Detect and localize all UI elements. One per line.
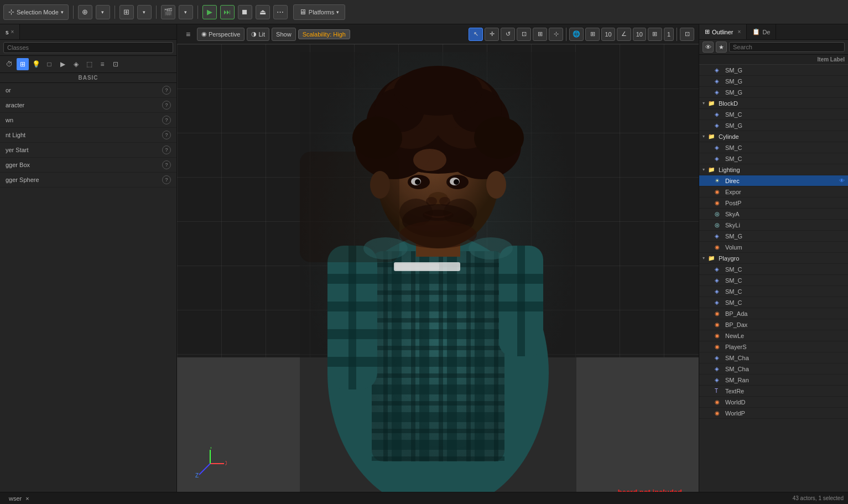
scale-size[interactable]: 1 — [664, 28, 674, 41]
outliner-star-button[interactable]: ★ — [716, 41, 727, 53]
list-item-help[interactable]: ? — [162, 160, 171, 169]
tree-item[interactable]: ◈ SM_C — [699, 264, 848, 275]
angle-snap-button[interactable]: ∠ — [617, 28, 631, 41]
transform-tool-button[interactable]: ⊞ — [533, 28, 547, 41]
tree-item[interactable]: ◈ SM_G — [699, 87, 848, 98]
select-tool-button[interactable]: ↖ — [469, 28, 483, 41]
tree-item[interactable]: ◎ SkyA — [699, 209, 848, 220]
list-item[interactable]: yer Start ? — [0, 143, 176, 158]
tree-item[interactable]: ◈ SM_G — [699, 120, 848, 131]
list-item[interactable]: aracter ? — [0, 98, 176, 113]
tree-item[interactable]: ☀ Direc 👁 — [699, 175, 848, 186]
panel-icon-volumes[interactable]: ⬚ — [83, 58, 95, 70]
tree-item[interactable]: ◈ SM_C — [699, 286, 848, 297]
tree-item[interactable]: ◉ PlayerS — [699, 341, 848, 352]
panel-icon-recent[interactable]: ⏱ — [3, 58, 15, 70]
list-item[interactable]: gger Box ? — [0, 158, 176, 173]
list-item[interactable]: gger Sphere ? — [0, 173, 176, 188]
tree-item[interactable]: ◈ SM_C — [699, 109, 848, 120]
tree-item[interactable]: ◉ WorldP — [699, 408, 848, 419]
tree-item[interactable]: ◎ SkyLi — [699, 220, 848, 231]
tree-item[interactable]: ◈ SM_C — [699, 153, 848, 164]
grid-size[interactable]: 10 — [601, 28, 615, 41]
panel-tab-close[interactable]: × — [11, 29, 14, 35]
play-button[interactable]: ▶ — [202, 5, 217, 19]
list-item-help[interactable]: ? — [162, 116, 171, 124]
camera-speed-button[interactable]: 🌐 — [569, 28, 584, 41]
tree-item[interactable]: ◉ Volum — [699, 242, 848, 253]
panel-icon-basic[interactable]: ⊞ — [17, 58, 29, 70]
list-item[interactable]: nt Light ? — [0, 128, 176, 143]
outliner-search-input[interactable] — [729, 42, 845, 52]
tree-item[interactable]: ◉ WorldD — [699, 397, 848, 408]
panel-icon-all[interactable]: ≡ — [96, 58, 108, 70]
lit-button[interactable]: ◑ Lit — [247, 28, 269, 41]
outliner-tab[interactable]: ⊞ Outliner × — [699, 24, 747, 39]
perspective-button[interactable]: ◉ Perspective — [197, 28, 244, 41]
list-item-help[interactable]: ? — [162, 86, 171, 95]
list-item-help[interactable]: ? — [162, 101, 171, 110]
rotate-tool-button[interactable]: ↺ — [501, 28, 515, 41]
tree-item[interactable]: ◈ SM_C — [699, 275, 848, 286]
tree-item[interactable]: ▾ 📁 Lighting — [699, 164, 848, 175]
tree-item[interactable]: ◈ SM_Cha — [699, 363, 848, 375]
item-eye-icon[interactable]: 👁 — [839, 178, 845, 184]
show-button[interactable]: Show — [272, 28, 296, 41]
tree-item[interactable]: ◈ SM_Ran — [699, 375, 848, 386]
tree-item[interactable]: ◈ SM_G — [699, 65, 848, 76]
list-item-help[interactable]: ? — [162, 131, 171, 139]
outliner-eye-button[interactable]: 👁 — [703, 41, 714, 53]
panel-icon-lights[interactable]: 💡 — [30, 58, 42, 70]
tree-item[interactable]: T TextRe — [699, 386, 848, 397]
cinecam-dropdown-button[interactable]: ▾ — [179, 5, 193, 19]
tree-item[interactable]: ◈ SM_Cha — [699, 352, 848, 363]
viewport-menu-button[interactable]: ≡ — [181, 28, 195, 41]
maximize-button[interactable]: ⊡ — [680, 28, 694, 41]
cinecam-button[interactable]: 🎬 — [161, 5, 175, 19]
content-browser-close[interactable]: × — [25, 495, 29, 502]
tree-item[interactable]: ▾ 📁 Cylinde — [699, 131, 848, 142]
platforms-button[interactable]: 🖥 Platforms ▾ — [293, 4, 345, 20]
viewport[interactable]: ≡ ◉ Perspective ◑ Lit Show Scalability: … — [177, 24, 699, 504]
list-item-help[interactable]: ? — [162, 175, 171, 184]
panel-icon-custom[interactable]: ⊡ — [110, 58, 122, 70]
tree-item[interactable]: ◈ SM_C — [699, 142, 848, 153]
scale-snap-button[interactable]: ⊞ — [648, 28, 662, 41]
eject-button[interactable]: ⏏ — [256, 5, 270, 19]
tree-item[interactable]: ◉ Expor — [699, 186, 848, 198]
tree-item[interactable]: ◈ SM_C — [699, 297, 848, 308]
list-item-help[interactable]: ? — [162, 146, 171, 154]
tree-item[interactable]: ▾ 📁 Playgro — [699, 253, 848, 264]
outliner-list[interactable]: ◈ SM_G ◈ SM_G ◈ SM_G ▾ 📁 BlockD ◈ SM_C — [699, 65, 848, 504]
snap-button[interactable]: ⊞ — [119, 5, 134, 19]
more-button[interactable]: ⋯ — [273, 5, 288, 19]
details-tab[interactable]: 📋 De — [747, 24, 776, 39]
tree-item[interactable]: ▾ 📁 BlockD — [699, 98, 848, 109]
tree-item[interactable]: ◉ BP_Dax — [699, 319, 848, 330]
scalability-badge[interactable]: Scalability: High — [298, 29, 350, 39]
panel-icon-cinematic[interactable]: ▶ — [56, 58, 69, 70]
panel-icon-shapes[interactable]: □ — [43, 58, 55, 70]
grid-button[interactable]: ⊞ — [585, 28, 600, 41]
outliner-close[interactable]: × — [738, 29, 741, 35]
surface-snapping-button[interactable]: ⊹ — [549, 28, 563, 41]
search-input[interactable] — [3, 42, 173, 53]
content-browser-tab[interactable]: wser × — [4, 493, 34, 503]
skip-button[interactable]: ⏭ — [220, 5, 235, 19]
scale-tool-button[interactable]: ⊡ — [517, 28, 531, 41]
tree-item[interactable]: ◉ BP_Ada — [699, 308, 848, 319]
list-item[interactable]: or ? — [0, 83, 176, 98]
tree-item[interactable]: ◉ NewLe — [699, 330, 848, 341]
add-dropdown-button[interactable]: ▾ — [96, 5, 110, 19]
angle-size[interactable]: 10 — [633, 28, 646, 41]
panel-tab-placement[interactable]: s × — [0, 24, 20, 39]
tree-item[interactable]: ◈ SM_G — [699, 231, 848, 242]
selection-mode-button[interactable]: ⊹ Selection Mode ▾ — [3, 4, 69, 20]
stop-button[interactable]: ⏹ — [238, 5, 252, 19]
tree-item[interactable]: ◉ PostP — [699, 198, 848, 209]
tree-item[interactable]: ◈ SM_G — [699, 76, 848, 87]
add-actor-button[interactable]: ⊕ — [78, 5, 92, 19]
move-tool-button[interactable]: ✛ — [485, 28, 499, 41]
snap-dropdown-button[interactable]: ▾ — [137, 5, 152, 19]
panel-icon-visual[interactable]: ◈ — [70, 58, 82, 70]
